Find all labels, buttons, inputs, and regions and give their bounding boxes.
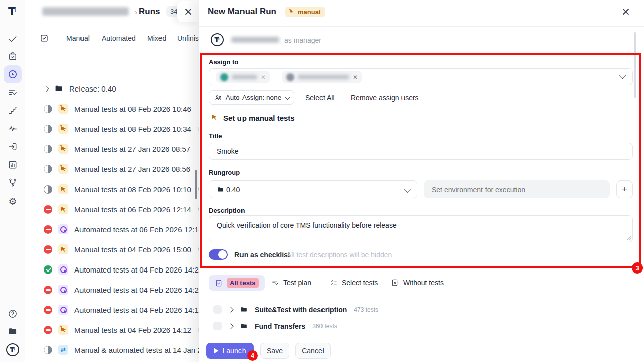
status-in-progress-icon (44, 346, 52, 354)
owner-avatar (211, 33, 224, 46)
group-label: Release: 0.40 (69, 84, 116, 93)
title-input[interactable] (209, 143, 633, 160)
run-row[interactable]: Manual tests at 08 Feb 2026 10:46 (25, 99, 199, 119)
run-row[interactable]: Manual tests at 04 Feb 2026 14:12fro (25, 320, 199, 340)
bar-chart-icon[interactable] (8, 160, 18, 170)
modal-scrollbar[interactable] (634, 32, 636, 98)
run-row[interactable]: Manual & automated tests at 14 Jan 2026 (25, 340, 199, 360)
document-x-icon (391, 279, 399, 287)
chevron-right-icon[interactable] (228, 323, 233, 329)
remove-assignee-icon[interactable]: ✕ (261, 74, 266, 81)
group-row-release[interactable]: Release: 0.40 (25, 78, 199, 99)
run-row[interactable]: Automated tests at 04 Feb 2026 14:24 (25, 259, 199, 280)
folder-icon (240, 322, 248, 330)
tree-checkbox[interactable] (213, 322, 222, 330)
launch-label: Launch (223, 347, 246, 355)
run-row[interactable]: Manual tests at 27 Jan 2026 08:56 (25, 159, 199, 179)
resize-handle[interactable] (626, 236, 631, 240)
panel-close-button[interactable] (177, 1, 199, 22)
rungroup-label: Rungroup (209, 169, 240, 176)
launch-button[interactable]: Launch (206, 343, 254, 359)
run-row[interactable]: Manual tests at 27 Jan 2026 08:57 (25, 139, 199, 159)
tree-checkbox[interactable] (213, 305, 222, 314)
chevron-right-icon[interactable] (228, 307, 233, 312)
select-all-button[interactable]: Select All (305, 94, 335, 102)
rungroup-select[interactable]: 0.40 (209, 180, 417, 198)
tab-unfinished[interactable]: Unfinished (177, 34, 199, 42)
run-label: Manual tests at 27 Jan 2026 08:57 (74, 145, 190, 153)
status-failed-icon (44, 205, 52, 214)
sign-in-icon[interactable] (8, 142, 18, 152)
remove-assignee-icon[interactable]: ✕ (353, 74, 358, 81)
help-icon[interactable] (8, 309, 18, 319)
tree-row-fund-transfers[interactable]: Fund Transfers 360 tests (213, 322, 337, 330)
manual-run-icon (58, 144, 68, 154)
assignee-chip[interactable]: ✕ (216, 71, 270, 83)
cancel-button[interactable]: Cancel (295, 343, 331, 359)
user-avatar-logo[interactable] (8, 345, 18, 355)
chevron-right-icon[interactable] (43, 85, 49, 92)
run-row[interactable]: Manual tests at 06 Feb 2026 12:14fro (25, 199, 199, 219)
run-label: Manual tests at 04 Feb 2026 14:12 (74, 326, 191, 334)
breadcrumb-runs[interactable]: Runs (139, 7, 160, 17)
description-textarea[interactable]: Quick verification of core TMS functiona… (209, 216, 632, 242)
owner-role: as manager (284, 36, 321, 44)
users-icon (214, 94, 222, 102)
manual-run-icon (58, 204, 68, 214)
document-check-icon (215, 279, 223, 287)
tab-test-plan[interactable]: Test plan (271, 279, 311, 287)
assignee-name-blurred (298, 75, 349, 79)
runs-board-icon[interactable] (40, 34, 49, 43)
run-label: Automated tests at 04 Feb 2026 14:24 (74, 265, 199, 274)
breadcrumb-project-blurred[interactable] (42, 7, 129, 16)
list-check-icon[interactable] (8, 87, 18, 98)
run-label: Manual tests at 08 Feb 2026 10:10 (74, 185, 191, 194)
run-row[interactable]: Manual tests at 08 Feb 2026 10:10fro (25, 179, 199, 199)
chevron-down-icon[interactable] (619, 72, 626, 79)
environment-input[interactable] (424, 180, 610, 198)
tab-automated[interactable]: Automated (102, 34, 136, 42)
save-button[interactable]: Save (260, 343, 289, 359)
assignee-avatar (220, 73, 228, 81)
check-icon[interactable] (8, 34, 18, 44)
automated-run-icon (58, 264, 68, 275)
run-row[interactable]: Manual tests at 08 Feb 2026 10:34fro (25, 119, 199, 139)
list-scrollbar[interactable] (195, 170, 197, 199)
run-row[interactable]: Manual tests at 04 Feb 2026 15:00fro (25, 239, 199, 259)
automated-run-icon (58, 224, 68, 234)
tab-select-tests[interactable]: Select tests (330, 279, 378, 287)
tab-manual[interactable]: Manual (66, 34, 90, 42)
run-row[interactable]: Automated tests at 04 Feb 2026 14:20 (25, 280, 199, 300)
gear-icon[interactable]: ⚙ (8, 196, 18, 206)
pulse-icon[interactable] (8, 124, 18, 134)
app-logo[interactable] (7, 6, 18, 17)
run-as-checklist-toggle[interactable] (209, 249, 228, 260)
play-circle-icon[interactable] (8, 69, 18, 79)
checklist-hint: All test descriptions will be hidden (287, 251, 392, 259)
assignees-select[interactable]: ✕ ✕ (209, 68, 633, 85)
add-environment-button[interactable]: + (616, 180, 633, 198)
run-row[interactable]: Automated tests at 06 Feb 2026 12:12 (25, 219, 199, 239)
manual-run-icon (58, 325, 68, 335)
clipboard-check-icon[interactable] (8, 51, 18, 61)
auto-assign-dropdown[interactable]: Auto-Assign: none (209, 90, 294, 105)
mixed-run-icon (58, 345, 68, 355)
chevron-down-icon (285, 94, 290, 99)
run-row[interactable]: Automated tests at 04 Feb 2026 14:16 (25, 300, 199, 320)
chevron-down-icon (404, 185, 411, 192)
annotation-launch-number: 4 (247, 350, 258, 361)
steps-icon[interactable] (8, 106, 18, 116)
manual-run-icon (58, 184, 68, 194)
tab-without-tests[interactable]: Without tests (391, 279, 444, 287)
assignee-chip[interactable]: ✕ (282, 71, 362, 83)
tree-row-suite[interactable]: Suite&Test with description 473 tests (213, 305, 378, 314)
status-failed-icon (44, 286, 52, 294)
annotation-region-number: 3 (632, 262, 643, 274)
tab-mixed[interactable]: Mixed (147, 34, 166, 42)
remove-assign-users-button[interactable]: Remove assign users (351, 94, 419, 102)
run-label: Manual tests at 08 Feb 2026 10:34 (74, 125, 191, 133)
status-in-progress-icon (44, 185, 52, 194)
tab-all-tests[interactable]: All tests (209, 275, 265, 291)
folder-icon[interactable] (8, 326, 18, 336)
git-fork-icon[interactable] (8, 177, 18, 188)
